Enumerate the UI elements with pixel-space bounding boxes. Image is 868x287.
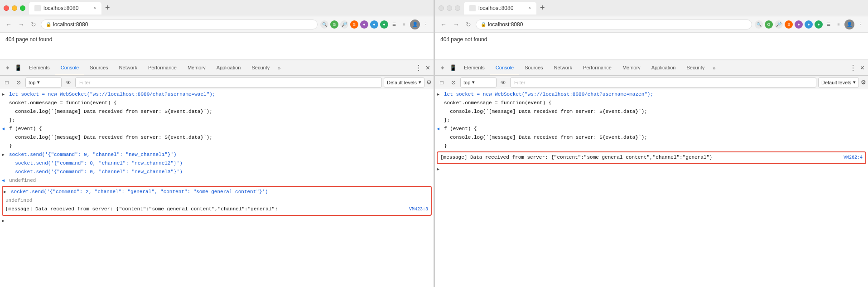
arrow-right-r2: ▶ (437, 166, 439, 173)
tab-elements-left[interactable]: Elements (24, 60, 55, 76)
console-levels-right[interactable]: Default levels ▾ (818, 78, 859, 88)
toolbar-icon-9[interactable]: ≡ (400, 20, 408, 29)
forward-button-left[interactable]: → (16, 20, 26, 29)
tab-memory-left[interactable]: Memory (182, 60, 211, 76)
toolbar-icon-r1[interactable]: 🔍 (755, 20, 763, 29)
devtools-close-right[interactable]: × (858, 64, 866, 72)
device-icon-right[interactable]: 📱 (448, 63, 458, 73)
console-line-r7: } (435, 142, 868, 151)
console-filter-left[interactable]: Filter (75, 78, 382, 88)
tab-memory-right[interactable]: Memory (617, 60, 646, 76)
more-button-left[interactable]: ⋮ (422, 20, 430, 29)
devtools-close-left[interactable]: × (424, 64, 432, 72)
console-context-select-left[interactable]: top ▾ (25, 78, 62, 88)
user-avatar-left[interactable]: 👤 (410, 19, 420, 29)
tab-console-left[interactable]: Console (55, 60, 84, 76)
tab-network-left[interactable]: Network (114, 60, 143, 76)
tab-console-right[interactable]: Console (490, 60, 519, 76)
toolbar-icon-2[interactable]: G (330, 20, 338, 29)
toolbar-icon-5[interactable]: ● (360, 20, 368, 29)
forward-button-right[interactable]: → (451, 20, 461, 29)
new-tab-button-left[interactable]: + (103, 3, 112, 13)
tab-close-left[interactable]: × (93, 5, 96, 10)
tab-application-right[interactable]: Application (646, 60, 681, 76)
toolbar-icon-r4[interactable]: S (785, 20, 793, 29)
toolbar-icon-r8[interactable]: ☰ (825, 20, 833, 29)
browser-tab-left[interactable]: localhost:8080 × (29, 2, 101, 15)
back-button-right[interactable]: ← (439, 20, 448, 29)
tab-performance-right[interactable]: Performance (578, 60, 617, 76)
chevron-down-icon-left: ▾ (37, 79, 40, 85)
toolbar-icon-7[interactable]: ● (380, 20, 388, 29)
devtools-left: ⌖ 📱 Elements Console Sources Network Per… (0, 60, 434, 287)
console-ban-icon-right[interactable]: ⊘ (448, 78, 458, 88)
toolbar-icon-r5[interactable]: ● (795, 20, 803, 29)
url-box-left[interactable]: 🔒 localhost:8080 (41, 19, 318, 29)
toolbar-icon-r2[interactable]: G (765, 20, 773, 29)
more-tabs-left[interactable]: » (275, 63, 283, 73)
tab-security-right[interactable]: Security (681, 60, 710, 76)
toolbar-icon-r3[interactable]: 🔎 (775, 20, 783, 29)
console-toolbar-right: □ ⊘ top ▾ 👁 Filter Default levels ▾ ⚙ (435, 76, 868, 89)
devtools-menu-left[interactable]: ⋮ (413, 63, 424, 72)
new-tab-button-right[interactable]: + (538, 3, 547, 13)
console-block-icon-right[interactable]: □ (437, 78, 447, 88)
tab-performance-left[interactable]: Performance (143, 60, 182, 76)
close-button-left[interactable] (4, 5, 9, 11)
console-context-select-right[interactable]: top ▾ (460, 78, 497, 88)
gear-icon-left[interactable]: ⚙ (426, 79, 432, 86)
console-line-2: socket.onmessage = function(event) { (0, 99, 434, 107)
console-content-left[interactable]: ▶ let socket = new WebSocket("ws://local… (0, 89, 434, 287)
highlighted-block-left: ▶ socket.send('{"command": 2, "channel":… (2, 186, 432, 216)
console-text-8: socket.send('{"command": 0, "channel": "… (9, 151, 432, 158)
gear-icon-right[interactable]: ⚙ (861, 79, 866, 86)
toolbar-icon-6[interactable]: ● (370, 20, 378, 29)
console-line-15: ▶ (0, 217, 434, 225)
console-levels-left[interactable]: Default levels ▾ (384, 78, 424, 88)
toolbar-icon-3[interactable]: 🔎 (340, 20, 348, 29)
close-button-right[interactable] (439, 5, 444, 11)
more-tabs-right[interactable]: » (710, 63, 718, 73)
console-content-right[interactable]: ▶ let socket = new WebSocket("ws://local… (435, 89, 868, 287)
more-button-right[interactable]: ⋮ (856, 20, 864, 29)
tab-network-right[interactable]: Network (549, 60, 578, 76)
tab-security-left[interactable]: Security (246, 60, 275, 76)
refresh-button-left[interactable]: ↻ (29, 20, 38, 29)
console-block-icon-left[interactable]: □ (2, 78, 12, 88)
arrow-right-1: ▶ (2, 91, 5, 98)
tab-sources-left[interactable]: Sources (84, 60, 113, 76)
toolbar-icon-r9[interactable]: ≡ (834, 20, 843, 29)
browser-window-right: localhost:8080 × + ← → ↻ 🔒 localhost:808… (435, 0, 868, 287)
url-box-right[interactable]: 🔒 localhost:8080 (476, 19, 752, 29)
tab-application-left[interactable]: Application (211, 60, 246, 76)
inspect-icon-left[interactable]: ⌖ (2, 63, 13, 73)
minimize-button-left[interactable] (12, 5, 17, 11)
user-avatar-right[interactable]: 👤 (844, 19, 854, 29)
title-bar-left: localhost:8080 × + (0, 0, 434, 16)
browser-tab-right[interactable]: localhost:8080 × (464, 2, 536, 15)
refresh-button-right[interactable]: ↻ (464, 20, 473, 29)
eye-icon-right[interactable]: 👁 (498, 78, 508, 88)
tab-bar-left: localhost:8080 × + (29, 2, 430, 15)
inspect-icon-right[interactable]: ⌖ (437, 63, 448, 73)
console-line-12: ▶ socket.send('{"command": 2, "channel":… (4, 188, 430, 196)
tab-elements-right[interactable]: Elements (458, 60, 490, 76)
toolbar-icon-1[interactable]: 🔍 (320, 20, 328, 29)
devtools-menu-right[interactable]: ⋮ (848, 63, 858, 72)
maximize-button-right[interactable] (455, 5, 460, 11)
device-icon-left[interactable]: 📱 (13, 63, 24, 73)
console-filter-right[interactable]: Filter (510, 78, 816, 88)
tab-close-right[interactable]: × (528, 5, 531, 10)
toolbar-icon-8[interactable]: ☰ (390, 20, 398, 29)
toolbar-icon-4[interactable]: S (350, 20, 358, 29)
toolbar-icon-r6[interactable]: ● (805, 20, 813, 29)
tab-bar-right: localhost:8080 × + (464, 2, 864, 15)
eye-icon-left[interactable]: 👁 (63, 78, 73, 88)
toolbar-icon-r7[interactable]: ● (815, 20, 823, 29)
console-ban-icon-left[interactable]: ⊘ (14, 78, 24, 88)
maximize-button-left[interactable] (20, 5, 25, 11)
chevron-down-icon-right: ▾ (472, 79, 475, 85)
tab-sources-right[interactable]: Sources (519, 60, 548, 76)
minimize-button-right[interactable] (447, 5, 452, 11)
back-button-left[interactable]: ← (4, 20, 14, 29)
